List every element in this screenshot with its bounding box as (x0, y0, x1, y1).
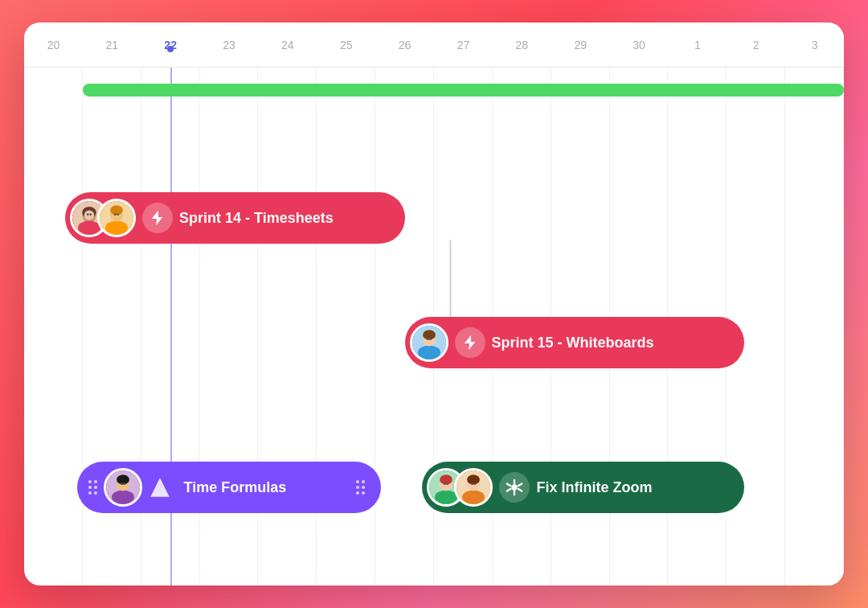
infinitezoom-bar[interactable]: Fix Infinite Zoom (422, 462, 744, 513)
timeformulas-bar[interactable]: Time Formulas (77, 462, 382, 513)
svg-point-31 (444, 483, 446, 485)
svg-point-26 (123, 483, 125, 485)
drag-handle-left[interactable] (88, 480, 97, 495)
sprint15-bar[interactable]: Sprint 15 - Whiteboards (405, 317, 745, 368)
timeformulas-avatars (104, 468, 142, 507)
svg-line-43 (518, 489, 522, 491)
date-25: 25 (317, 39, 375, 51)
date-1: 1 (668, 39, 727, 51)
date-23: 23 (200, 39, 259, 51)
svg-point-24 (117, 474, 129, 484)
grid-col-14 (785, 68, 844, 585)
triangle-icon (149, 476, 171, 499)
sprint14-icon (142, 203, 173, 233)
avatar-woman2 (97, 199, 136, 237)
date-21: 21 (83, 39, 141, 51)
infinitezoom-avatars (427, 468, 493, 507)
svg-point-16 (418, 346, 440, 360)
svg-point-22 (112, 491, 134, 505)
date-27: 27 (434, 39, 493, 51)
svg-point-38 (474, 483, 477, 485)
today-dot (167, 46, 174, 52)
avatar-man2 (454, 468, 493, 507)
date-28: 28 (493, 39, 551, 51)
svg-point-6 (84, 210, 94, 220)
svg-point-10 (105, 221, 128, 236)
timeformulas-label: Time Formulas (184, 479, 287, 496)
date-22-today: 22 (141, 39, 200, 51)
date-30: 30 (610, 39, 669, 51)
svg-point-36 (468, 474, 481, 484)
date-header: 20 21 22 23 24 25 26 27 28 29 30 1 2 3 (24, 23, 844, 68)
sprint15-icon (455, 327, 485, 358)
svg-point-8 (89, 213, 92, 216)
sprint-top-bar[interactable] (83, 84, 844, 97)
bug-icon (499, 472, 530, 503)
date-3: 3 (785, 39, 844, 51)
svg-point-19 (427, 338, 429, 340)
grid-col-1 (24, 68, 83, 585)
infinitezoom-label: Fix Infinite Zoom (536, 479, 652, 496)
svg-point-12 (110, 205, 123, 215)
date-2: 2 (727, 39, 785, 51)
avatar-woman3 (104, 468, 142, 507)
avatar-man1 (410, 323, 448, 362)
svg-point-18 (423, 330, 436, 339)
svg-point-20 (429, 338, 432, 340)
grid-body: Sprint 14 - Timesheets (24, 68, 844, 585)
svg-line-45 (518, 483, 522, 486)
date-20: 20 (24, 39, 83, 51)
sprint14-bar[interactable]: Sprint 14 - Timesheets (65, 192, 405, 244)
date-24: 24 (258, 39, 317, 51)
gantt-chart: 20 21 22 23 24 25 26 27 28 29 30 1 2 3 (24, 23, 844, 585)
date-26: 26 (375, 39, 434, 51)
svg-line-44 (507, 489, 511, 491)
sprint14-label: Sprint 14 - Timesheets (179, 210, 334, 227)
sprint14-avatars (70, 199, 136, 237)
svg-point-32 (447, 483, 449, 485)
svg-point-25 (121, 483, 123, 485)
svg-line-42 (507, 483, 511, 486)
svg-point-37 (471, 483, 473, 485)
svg-point-13 (114, 213, 117, 216)
drag-handle-right[interactable] (356, 480, 365, 495)
svg-point-34 (462, 491, 485, 505)
svg-point-30 (440, 474, 453, 484)
sprint15-avatars (410, 323, 448, 362)
svg-point-7 (87, 213, 89, 216)
date-29: 29 (551, 39, 610, 51)
svg-point-14 (117, 213, 119, 216)
sprint15-label: Sprint 15 - Whiteboards (492, 335, 654, 351)
